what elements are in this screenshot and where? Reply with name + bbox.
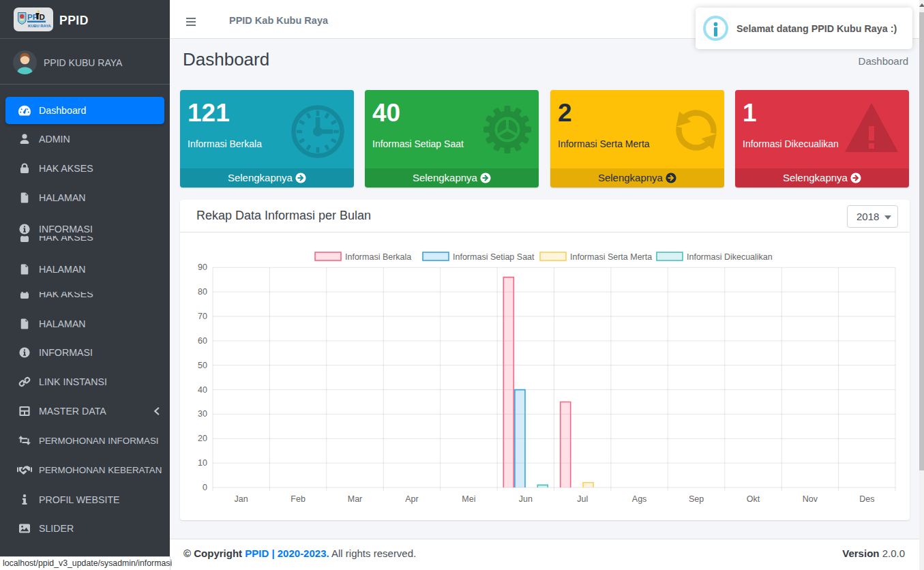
svg-text:Feb: Feb — [290, 494, 305, 504]
svg-text:60: 60 — [198, 336, 207, 346]
svg-text:Ags: Ags — [632, 494, 647, 504]
svg-text:Jan: Jan — [235, 494, 248, 504]
svg-text:KUBU RAYA: KUBU RAYA — [28, 24, 52, 28]
svg-text:Nov: Nov — [803, 494, 818, 504]
svg-text:Mei: Mei — [462, 494, 475, 504]
svg-text:Informasi Setiap Saat: Informasi Setiap Saat — [453, 252, 535, 262]
svg-text:20: 20 — [198, 434, 207, 443]
svg-text:Informasi Dikecualikan: Informasi Dikecualikan — [687, 252, 773, 262]
svg-text:80: 80 — [198, 287, 207, 297]
svg-text:Jun: Jun — [519, 494, 533, 504]
svg-text:0: 0 — [203, 483, 207, 492]
svg-text:70: 70 — [198, 312, 207, 321]
svg-text:10: 10 — [198, 458, 207, 468]
svg-text:Informasi Serta Merta: Informasi Serta Merta — [570, 252, 652, 262]
svg-text:30: 30 — [198, 409, 207, 419]
svg-text:50: 50 — [198, 361, 207, 370]
svg-text:Sep: Sep — [689, 494, 704, 504]
svg-text:Informasi Berkala: Informasi Berkala — [345, 252, 411, 262]
svg-text:40: 40 — [198, 385, 207, 395]
svg-text:Mar: Mar — [348, 494, 363, 504]
svg-text:Des: Des — [859, 494, 874, 504]
svg-text:Jul: Jul — [577, 494, 588, 504]
svg-text:Apr: Apr — [405, 494, 418, 504]
svg-text:Okt: Okt — [747, 494, 760, 504]
svg-text:D: D — [40, 13, 45, 21]
svg-text:90: 90 — [198, 262, 207, 272]
